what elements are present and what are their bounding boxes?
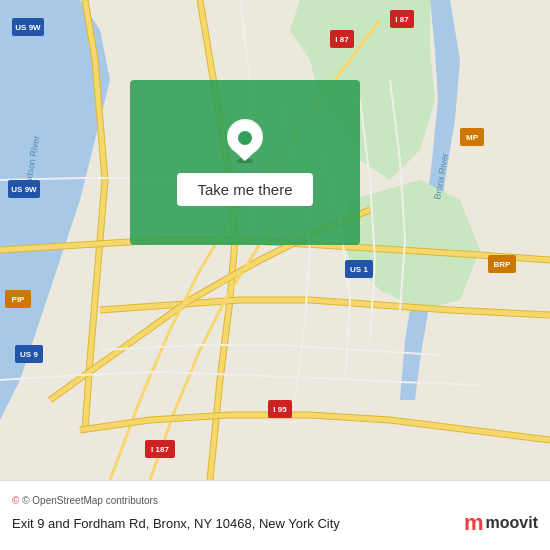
- svg-text:US 9W: US 9W: [11, 185, 37, 194]
- svg-text:MP: MP: [466, 133, 479, 142]
- svg-text:I 187: I 187: [151, 445, 169, 454]
- svg-text:BRP: BRP: [494, 260, 512, 269]
- svg-text:I 95: I 95: [273, 405, 287, 414]
- map-container: Hudson River Bronx River US 9W US 9W I 8…: [0, 0, 550, 550]
- location-pin-icon: [223, 119, 267, 163]
- svg-text:I 87: I 87: [395, 15, 409, 24]
- svg-text:PIP: PIP: [12, 295, 26, 304]
- osm-credit: © © OpenStreetMap contributors: [12, 495, 538, 506]
- svg-text:US 1: US 1: [350, 265, 368, 274]
- svg-text:US 9W: US 9W: [15, 23, 41, 32]
- address-text: Exit 9 and Fordham Rd, Bronx, NY 10468, …: [12, 516, 340, 531]
- credit-text: © OpenStreetMap contributors: [22, 495, 158, 506]
- svg-text:I 87: I 87: [335, 35, 349, 44]
- svg-point-30: [238, 131, 252, 145]
- address-line: Exit 9 and Fordham Rd, Bronx, NY 10468, …: [12, 510, 538, 536]
- info-bar: © © OpenStreetMap contributors Exit 9 an…: [0, 480, 550, 550]
- moovit-logo: mmoovit: [464, 510, 538, 536]
- moovit-logo-text: moovit: [486, 514, 538, 532]
- svg-text:US 9: US 9: [20, 350, 38, 359]
- highlight-panel: Take me there: [130, 80, 360, 245]
- take-me-there-button[interactable]: Take me there: [177, 173, 312, 206]
